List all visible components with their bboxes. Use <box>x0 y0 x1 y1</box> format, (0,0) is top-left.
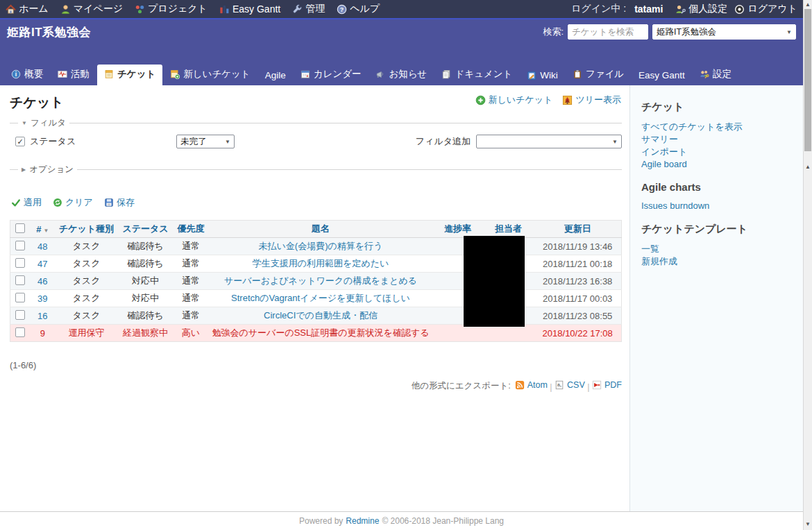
issue-updated: 2018/10/22 17:08 <box>534 325 621 342</box>
tab-files[interactable]: ファイル <box>566 65 631 85</box>
column-header-4[interactable]: 題名 <box>208 221 432 238</box>
topbar-item-home[interactable]: ホーム <box>6 3 49 15</box>
issue-subject-link[interactable]: 学生支援用の利用範囲を定めたい <box>253 257 389 270</box>
my-account-link[interactable]: 個人設定 <box>675 3 727 15</box>
options-fieldset: ▶ オプション <box>10 169 622 185</box>
save-button[interactable]: 保存 <box>104 196 135 209</box>
issue-id-link[interactable]: 39 <box>37 293 47 304</box>
search-input[interactable] <box>568 24 648 40</box>
row-checkbox[interactable] <box>15 258 25 268</box>
sidebar-link[interactable]: サマリー <box>641 133 792 145</box>
issue-priority: 通常 <box>173 307 208 325</box>
column-header-2[interactable]: ステータス <box>118 221 174 238</box>
logout-icon <box>734 4 745 15</box>
issue-subject-link[interactable]: 未払い金(会場費)の精算を行う <box>259 240 383 253</box>
row-checkbox[interactable] <box>15 293 25 302</box>
topbar-item-my-page[interactable]: マイページ <box>60 3 123 15</box>
project-title: 姫路IT系勉強会 <box>7 24 91 40</box>
scroll-down-arrow-icon[interactable]: ▼ <box>804 521 812 528</box>
add-filter-select[interactable]: ▼ <box>476 135 622 148</box>
column-header-6[interactable]: 担当者 <box>483 221 534 238</box>
filters-legend[interactable]: ▼ フィルタ <box>18 117 69 129</box>
tab-new-issue[interactable]: 新しいチケット <box>163 65 257 85</box>
column-header-5[interactable]: 進捗率 <box>433 221 483 238</box>
row-checkbox[interactable] <box>15 275 25 285</box>
export-atom-link[interactable]: Atom <box>515 380 548 390</box>
sidebar-link[interactable]: Issues burndown <box>641 200 792 212</box>
select-all-checkbox-header[interactable] <box>10 221 31 238</box>
export-links: Atom | a,CSV | PDF <box>515 380 622 392</box>
tab-wiki[interactable]: Wiki <box>520 67 565 85</box>
issue-id-link[interactable]: 46 <box>37 276 47 287</box>
separator: | <box>585 382 592 392</box>
column-header-7[interactable]: 更新日 <box>534 221 621 238</box>
issue-subject-link[interactable]: 勉強会のサーバーのSSL証明書の更新状況を確認する <box>212 327 429 339</box>
row-checkbox[interactable] <box>15 310 25 320</box>
calendar-icon <box>301 69 310 79</box>
tree-icon <box>562 95 573 105</box>
tab-issues[interactable]: チケット <box>97 65 162 85</box>
scroll-up-arrow-icon[interactable]: ▲ <box>804 1 812 8</box>
column-header-1[interactable]: チケット種別 <box>55 221 117 238</box>
sidebar-link[interactable]: Agile board <box>641 158 792 170</box>
tab-easy-gantt[interactable]: Easy Gantt <box>632 67 692 85</box>
sidebar: チケットすべてのチケットを表示サマリーインポートAgile boardAgile… <box>629 85 803 511</box>
sidebar-link[interactable]: 一覧 <box>641 243 792 255</box>
sidebar-link[interactable]: 新規作成 <box>641 255 792 267</box>
scroll-up-arrow2-icon[interactable]: ▲ <box>804 164 812 171</box>
tree-view-link[interactable]: ツリー表示 <box>562 94 621 106</box>
topbar-item-easy-gantt[interactable]: Easy Gantt <box>219 3 280 15</box>
redmine-link[interactable]: Redmine <box>346 516 379 526</box>
topbar-item-help[interactable]: ?ヘルプ <box>337 3 380 15</box>
tab-activity[interactable]: 活動 <box>51 65 96 85</box>
topbar-item-admin[interactable]: 管理 <box>292 3 325 15</box>
topbar-item-projects[interactable]: プロジェクト <box>135 3 208 15</box>
tab-overview[interactable]: i概要 <box>4 65 50 85</box>
caret-right-icon: ▶ <box>22 166 26 173</box>
files-icon <box>573 69 582 79</box>
issue-id-link[interactable]: 9 <box>40 328 45 339</box>
sidebar-link[interactable]: インポート <box>641 146 792 157</box>
tab-documents[interactable]: ドキュメント <box>434 65 519 85</box>
scrollbar-thumb[interactable] <box>804 9 811 151</box>
contextual-links: 新しいチケット ツリー表示 <box>475 94 621 106</box>
column-header-0[interactable]: #▼ <box>30 221 55 238</box>
tab-news[interactable]: お知らせ <box>369 65 434 85</box>
apply-button[interactable]: 適用 <box>11 196 42 209</box>
issue-row-48: 48タスク確認待ち通常未払い金(会場費)の精算を行う2018/11/19 13:… <box>10 238 622 255</box>
issue-updated: 2018/11/23 16:38 <box>534 273 621 290</box>
tab-calendar[interactable]: カレンダー <box>294 65 369 85</box>
tab-settings[interactable]: 設定 <box>693 65 738 85</box>
issue-status: 対応中 <box>118 290 174 307</box>
issue-subject-link[interactable]: CircleCIでの自動生成・配信 <box>264 309 378 322</box>
logout-link[interactable]: ログアウト <box>734 3 797 15</box>
issue-priority: 高い <box>173 325 208 342</box>
issue-updated: 2018/11/23 08:55 <box>534 307 621 325</box>
row-checkbox[interactable] <box>15 327 25 337</box>
export-pdf-link[interactable]: PDF <box>592 380 622 390</box>
issue-updated: 2018/11/17 00:03 <box>534 290 621 307</box>
search-label: 検索: <box>543 26 564 38</box>
new-issue-link[interactable]: 新しいチケット <box>475 94 553 106</box>
sidebar-link[interactable]: すべてのチケットを表示 <box>641 121 792 132</box>
options-legend[interactable]: ▶ オプション <box>18 164 77 176</box>
issue-subject-link[interactable]: サーバーおよびネットワークの構成をまとめる <box>224 275 417 287</box>
issue-tracker: タスク <box>55 255 117 273</box>
issue-id-link[interactable]: 47 <box>37 259 47 269</box>
vertical-scrollbar[interactable]: ▲ ▲ ▼ <box>803 0 812 530</box>
issue-id-link[interactable]: 48 <box>37 241 47 252</box>
issue-status: 経過観察中 <box>118 325 174 342</box>
row-checkbox[interactable] <box>15 241 25 250</box>
status-operator-select[interactable]: 未完了 ▼ <box>176 135 235 148</box>
column-header-3[interactable]: 優先度 <box>173 221 208 238</box>
issue-subject-link[interactable]: StretchのVagrantイメージを更新してほしい <box>231 292 410 305</box>
select-all-checkbox[interactable] <box>15 223 25 233</box>
clear-button[interactable]: クリア <box>53 196 93 209</box>
tab-agile[interactable]: Agile <box>258 67 293 85</box>
issue-id-link[interactable]: 16 <box>37 311 47 321</box>
project-jump-select[interactable]: 姫路IT系勉強会 ▼ <box>652 24 796 40</box>
status-filter-checkbox[interactable] <box>15 137 25 146</box>
export-csv-link[interactable]: a,CSV <box>555 380 585 390</box>
issue-tracker: 運用保守 <box>55 325 117 342</box>
content-wrap: 新しいチケット ツリー表示 チケット ▼ フィルタ ステータス 未完了 <box>0 85 803 511</box>
